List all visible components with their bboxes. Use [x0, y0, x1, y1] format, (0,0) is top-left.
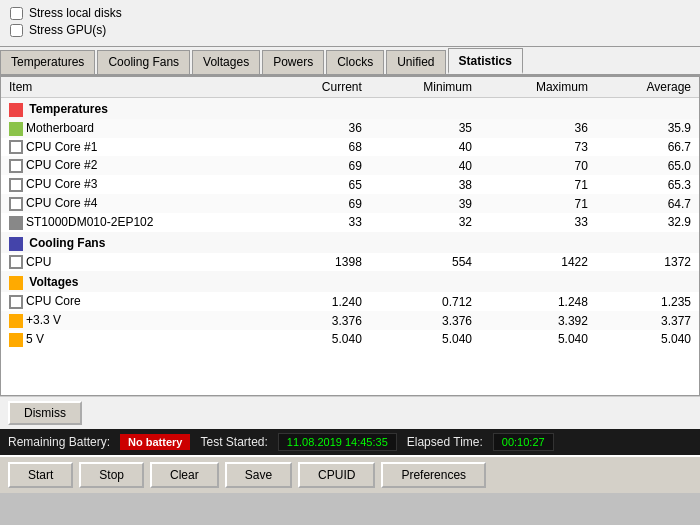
- row-maximum: 36: [480, 119, 596, 138]
- cpuid-button[interactable]: CPUID: [298, 462, 375, 488]
- row-name: CPU Core #4: [26, 196, 97, 210]
- tab-bar: Temperatures Cooling Fans Voltages Power…: [0, 47, 700, 76]
- cpu-row-icon: [9, 140, 23, 154]
- row-minimum: 32: [370, 213, 480, 232]
- tab-clocks[interactable]: Clocks: [326, 50, 384, 74]
- table-header-row: Item Current Minimum Maximum Average: [1, 77, 699, 98]
- table-row: CPU Core #469397164.7: [1, 194, 699, 213]
- row-maximum: 71: [480, 175, 596, 194]
- dismiss-area: Dismiss: [0, 396, 700, 429]
- stress-local-disks-row: Stress local disks: [10, 6, 690, 20]
- section-label: Cooling Fans: [26, 236, 105, 250]
- row-average: 35.9: [596, 119, 699, 138]
- row-minimum: 40: [370, 156, 480, 175]
- cpu-row-icon: [9, 178, 23, 192]
- row-current: 36: [274, 119, 369, 138]
- stress-options: Stress local disks Stress GPU(s): [0, 0, 700, 47]
- row-minimum: 3.376: [370, 311, 480, 330]
- row-average: 5.040: [596, 330, 699, 349]
- section-label: Temperatures: [26, 102, 108, 116]
- battery-value: No battery: [120, 434, 190, 450]
- col-current: Current: [274, 77, 369, 98]
- cpu-row-icon: [9, 159, 23, 173]
- row-name: CPU Core #1: [26, 140, 97, 154]
- col-maximum: Maximum: [480, 77, 596, 98]
- row-maximum: 3.392: [480, 311, 596, 330]
- tab-statistics[interactable]: Statistics: [448, 48, 523, 74]
- row-current: 5.040: [274, 330, 369, 349]
- row-average: 1372: [596, 253, 699, 272]
- row-maximum: 70: [480, 156, 596, 175]
- tab-powers[interactable]: Powers: [262, 50, 324, 74]
- row-minimum: 35: [370, 119, 480, 138]
- save-button[interactable]: Save: [225, 462, 292, 488]
- fan-section-icon: [9, 237, 23, 251]
- test-started-value: 11.08.2019 14:45:35: [278, 433, 397, 451]
- volt-row-icon: [9, 333, 23, 347]
- row-average: 1.235: [596, 292, 699, 311]
- row-maximum: 1422: [480, 253, 596, 272]
- row-current: 65: [274, 175, 369, 194]
- preferences-button[interactable]: Preferences: [381, 462, 486, 488]
- cpu-row-icon: [9, 197, 23, 211]
- row-name: CPU Core #2: [26, 158, 97, 172]
- row-name: ST1000DM010-2EP102: [26, 215, 153, 229]
- row-current: 3.376: [274, 311, 369, 330]
- row-name: CPU: [26, 255, 51, 269]
- temp-section-icon: [9, 103, 23, 117]
- row-minimum: 38: [370, 175, 480, 194]
- row-current: 1398: [274, 253, 369, 272]
- table-row: ST1000DM010-2EP10233323332.9: [1, 213, 699, 232]
- stress-local-disks-label: Stress local disks: [29, 6, 122, 20]
- statistics-table-area: Item Current Minimum Maximum Average Tem…: [0, 76, 700, 396]
- start-button[interactable]: Start: [8, 462, 73, 488]
- row-current: 68: [274, 138, 369, 157]
- col-average: Average: [596, 77, 699, 98]
- table-row: CPU Core #168407366.7: [1, 138, 699, 157]
- elapsed-value: 00:10:27: [493, 433, 554, 451]
- stress-gpu-label: Stress GPU(s): [29, 23, 106, 37]
- row-maximum: 73: [480, 138, 596, 157]
- row-current: 69: [274, 156, 369, 175]
- col-item: Item: [1, 77, 274, 98]
- statistics-table: Item Current Minimum Maximum Average Tem…: [1, 77, 699, 349]
- row-average: 3.377: [596, 311, 699, 330]
- dismiss-button[interactable]: Dismiss: [8, 401, 82, 425]
- stress-local-disks-checkbox[interactable]: [10, 7, 23, 20]
- table-row: CPU Core #365387165.3: [1, 175, 699, 194]
- row-current: 33: [274, 213, 369, 232]
- tab-temperatures[interactable]: Temperatures: [0, 50, 95, 74]
- row-minimum: 40: [370, 138, 480, 157]
- row-average: 66.7: [596, 138, 699, 157]
- row-current: 69: [274, 194, 369, 213]
- row-maximum: 71: [480, 194, 596, 213]
- row-minimum: 39: [370, 194, 480, 213]
- volt-section-icon: [9, 276, 23, 290]
- elapsed-label: Elapsed Time:: [407, 435, 483, 449]
- stop-button[interactable]: Stop: [79, 462, 144, 488]
- stress-gpu-checkbox[interactable]: [10, 24, 23, 37]
- status-bar: Remaining Battery: No battery Test Start…: [0, 429, 700, 455]
- table-row: CPU Core1.2400.7121.2481.235: [1, 292, 699, 311]
- volt-row-icon: [9, 314, 23, 328]
- cpu-row-icon: [9, 295, 23, 309]
- row-maximum: 33: [480, 213, 596, 232]
- row-minimum: 5.040: [370, 330, 480, 349]
- row-name: CPU Core: [26, 294, 81, 308]
- tab-unified[interactable]: Unified: [386, 50, 445, 74]
- tab-voltages[interactable]: Voltages: [192, 50, 260, 74]
- section-label: Voltages: [26, 275, 78, 289]
- table-row: Motherboard36353635.9: [1, 119, 699, 138]
- row-current: 1.240: [274, 292, 369, 311]
- tab-cooling-fans[interactable]: Cooling Fans: [97, 50, 190, 74]
- table-row: 5 V5.0405.0405.0405.040: [1, 330, 699, 349]
- row-minimum: 0.712: [370, 292, 480, 311]
- mb-row-icon: [9, 122, 23, 136]
- clear-button[interactable]: Clear: [150, 462, 219, 488]
- row-name: CPU Core #3: [26, 177, 97, 191]
- row-average: 64.7: [596, 194, 699, 213]
- section-header-row: Voltages: [1, 271, 699, 292]
- row-average: 65.0: [596, 156, 699, 175]
- row-average: 65.3: [596, 175, 699, 194]
- row-name: 5 V: [26, 332, 44, 346]
